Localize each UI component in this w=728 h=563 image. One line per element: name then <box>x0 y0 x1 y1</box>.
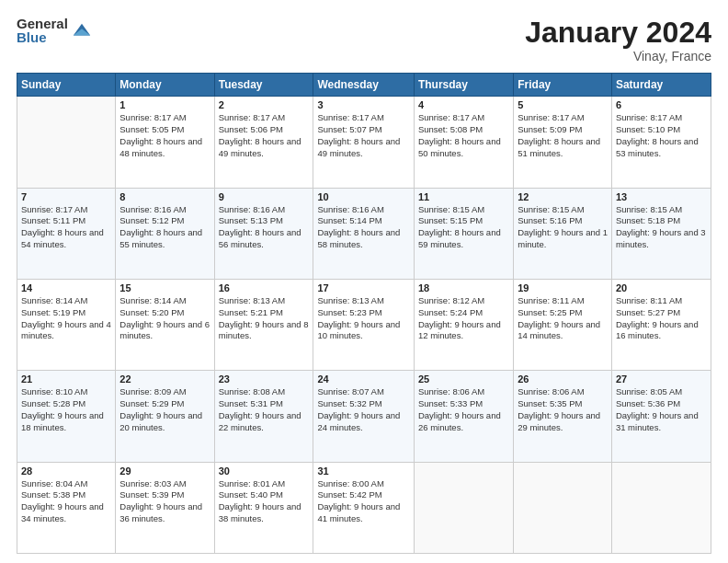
day-info: Sunrise: 8:16 AMSunset: 5:12 PMDaylight:… <box>119 204 210 251</box>
day-number: 2 <box>219 99 310 110</box>
weekday-header: Thursday <box>414 74 513 97</box>
day-info: Sunrise: 8:17 AMSunset: 5:09 PMDaylight:… <box>518 112 608 159</box>
calendar-cell: 9Sunrise: 8:16 AMSunset: 5:13 PMDaylight… <box>214 188 313 279</box>
calendar-cell: 21Sunrise: 8:10 AMSunset: 5:28 PMDayligh… <box>17 371 116 462</box>
calendar-cell: 5Sunrise: 8:17 AMSunset: 5:09 PMDaylight… <box>514 97 612 188</box>
calendar-cell <box>414 462 513 553</box>
calendar-cell: 17Sunrise: 8:13 AMSunset: 5:23 PMDayligh… <box>313 279 414 370</box>
calendar-cell: 20Sunrise: 8:11 AMSunset: 5:27 PMDayligh… <box>611 279 711 370</box>
calendar-cell: 31Sunrise: 8:00 AMSunset: 5:42 PMDayligh… <box>313 462 414 553</box>
day-number: 12 <box>518 191 608 202</box>
day-number: 9 <box>219 191 310 202</box>
calendar-cell <box>514 462 612 553</box>
day-number: 29 <box>119 465 210 477</box>
logo-icon <box>72 20 92 40</box>
day-info: Sunrise: 8:12 AMSunset: 5:24 PMDaylight:… <box>418 295 509 342</box>
calendar-cell: 7Sunrise: 8:17 AMSunset: 5:11 PMDaylight… <box>17 188 116 279</box>
calendar-cell: 1Sunrise: 8:17 AMSunset: 5:05 PMDaylight… <box>116 97 214 188</box>
location: Vinay, France <box>525 49 711 63</box>
day-info: Sunrise: 8:09 AMSunset: 5:29 PMDaylight:… <box>119 386 210 433</box>
day-info: Sunrise: 8:16 AMSunset: 5:14 PMDaylight:… <box>317 204 409 251</box>
day-info: Sunrise: 8:16 AMSunset: 5:13 PMDaylight:… <box>219 204 310 251</box>
calendar-cell: 25Sunrise: 8:06 AMSunset: 5:33 PMDayligh… <box>414 371 513 462</box>
calendar-cell: 16Sunrise: 8:13 AMSunset: 5:21 PMDayligh… <box>214 279 313 370</box>
calendar-week-row: 1Sunrise: 8:17 AMSunset: 5:05 PMDaylight… <box>17 97 711 188</box>
month-title: January 2024 <box>525 17 711 49</box>
day-number: 10 <box>317 191 409 202</box>
day-info: Sunrise: 8:17 AMSunset: 5:10 PMDaylight:… <box>616 112 707 159</box>
calendar-cell: 3Sunrise: 8:17 AMSunset: 5:07 PMDaylight… <box>313 97 414 188</box>
day-number: 26 <box>518 373 608 385</box>
day-info: Sunrise: 8:03 AMSunset: 5:39 PMDaylight:… <box>119 478 210 525</box>
day-number: 16 <box>219 282 310 293</box>
day-number: 31 <box>317 465 409 477</box>
day-info: Sunrise: 8:04 AMSunset: 5:38 PMDaylight:… <box>21 478 111 525</box>
day-info: Sunrise: 8:17 AMSunset: 5:08 PMDaylight:… <box>418 112 509 159</box>
day-number: 1 <box>119 99 210 110</box>
calendar-week-row: 14Sunrise: 8:14 AMSunset: 5:19 PMDayligh… <box>17 279 711 370</box>
calendar-cell: 24Sunrise: 8:07 AMSunset: 5:32 PMDayligh… <box>313 371 414 462</box>
day-info: Sunrise: 8:17 AMSunset: 5:07 PMDaylight:… <box>317 112 409 159</box>
day-info: Sunrise: 8:06 AMSunset: 5:35 PMDaylight:… <box>518 386 608 433</box>
day-info: Sunrise: 8:01 AMSunset: 5:40 PMDaylight:… <box>219 478 310 525</box>
day-info: Sunrise: 8:17 AMSunset: 5:05 PMDaylight:… <box>119 112 210 159</box>
calendar-cell: 18Sunrise: 8:12 AMSunset: 5:24 PMDayligh… <box>414 279 513 370</box>
day-info: Sunrise: 8:13 AMSunset: 5:23 PMDaylight:… <box>317 295 409 342</box>
day-info: Sunrise: 8:14 AMSunset: 5:19 PMDaylight:… <box>21 295 111 342</box>
calendar-week-row: 7Sunrise: 8:17 AMSunset: 5:11 PMDaylight… <box>17 188 711 279</box>
weekday-header: Sunday <box>17 74 116 97</box>
calendar-cell: 27Sunrise: 8:05 AMSunset: 5:36 PMDayligh… <box>611 371 711 462</box>
day-info: Sunrise: 8:11 AMSunset: 5:25 PMDaylight:… <box>518 295 608 342</box>
day-info: Sunrise: 8:11 AMSunset: 5:27 PMDaylight:… <box>616 295 707 342</box>
day-number: 19 <box>518 282 608 293</box>
day-number: 24 <box>317 373 409 385</box>
day-number: 18 <box>418 282 509 293</box>
calendar-week-row: 28Sunrise: 8:04 AMSunset: 5:38 PMDayligh… <box>17 462 711 553</box>
day-number: 17 <box>317 282 409 293</box>
calendar-cell <box>17 97 116 188</box>
day-number: 3 <box>317 99 409 110</box>
day-number: 21 <box>21 373 111 385</box>
calendar-cell: 13Sunrise: 8:15 AMSunset: 5:18 PMDayligh… <box>611 188 711 279</box>
page: General Blue January 2024 Vinay, France … <box>0 0 728 563</box>
calendar-cell: 14Sunrise: 8:14 AMSunset: 5:19 PMDayligh… <box>17 279 116 370</box>
day-number: 8 <box>119 191 210 202</box>
logo-text: General Blue <box>17 17 68 44</box>
day-info: Sunrise: 8:17 AMSunset: 5:06 PMDaylight:… <box>219 112 310 159</box>
calendar-cell: 30Sunrise: 8:01 AMSunset: 5:40 PMDayligh… <box>214 462 313 553</box>
day-info: Sunrise: 8:14 AMSunset: 5:20 PMDaylight:… <box>119 295 210 342</box>
logo: General Blue <box>17 17 92 44</box>
weekday-header: Monday <box>116 74 214 97</box>
day-number: 4 <box>418 99 509 110</box>
logo-general: General <box>17 17 68 30</box>
calendar-cell: 10Sunrise: 8:16 AMSunset: 5:14 PMDayligh… <box>313 188 414 279</box>
day-info: Sunrise: 8:17 AMSunset: 5:11 PMDaylight:… <box>21 204 111 251</box>
day-number: 15 <box>119 282 210 293</box>
day-number: 30 <box>219 465 310 477</box>
logo-blue: Blue <box>17 30 68 44</box>
calendar-cell: 12Sunrise: 8:15 AMSunset: 5:16 PMDayligh… <box>514 188 612 279</box>
day-info: Sunrise: 8:15 AMSunset: 5:15 PMDaylight:… <box>418 204 509 251</box>
day-info: Sunrise: 8:00 AMSunset: 5:42 PMDaylight:… <box>317 478 409 525</box>
header: General Blue January 2024 Vinay, France <box>17 17 711 63</box>
day-info: Sunrise: 8:15 AMSunset: 5:16 PMDaylight:… <box>518 204 608 251</box>
day-number: 5 <box>518 99 608 110</box>
day-info: Sunrise: 8:10 AMSunset: 5:28 PMDaylight:… <box>21 386 111 433</box>
calendar-cell <box>611 462 711 553</box>
calendar-week-row: 21Sunrise: 8:10 AMSunset: 5:28 PMDayligh… <box>17 371 711 462</box>
weekday-header: Wednesday <box>313 74 414 97</box>
day-number: 6 <box>616 99 707 110</box>
calendar-cell: 4Sunrise: 8:17 AMSunset: 5:08 PMDaylight… <box>414 97 513 188</box>
title-block: January 2024 Vinay, France <box>525 17 711 63</box>
day-info: Sunrise: 8:06 AMSunset: 5:33 PMDaylight:… <box>418 386 509 433</box>
calendar-cell: 29Sunrise: 8:03 AMSunset: 5:39 PMDayligh… <box>116 462 214 553</box>
day-info: Sunrise: 8:13 AMSunset: 5:21 PMDaylight:… <box>219 295 310 342</box>
day-info: Sunrise: 8:15 AMSunset: 5:18 PMDaylight:… <box>616 204 707 251</box>
day-number: 14 <box>21 282 111 293</box>
day-number: 27 <box>616 373 707 385</box>
calendar-cell: 8Sunrise: 8:16 AMSunset: 5:12 PMDaylight… <box>116 188 214 279</box>
day-number: 23 <box>219 373 310 385</box>
day-number: 11 <box>418 191 509 202</box>
day-number: 28 <box>21 465 111 477</box>
calendar-cell: 22Sunrise: 8:09 AMSunset: 5:29 PMDayligh… <box>116 371 214 462</box>
